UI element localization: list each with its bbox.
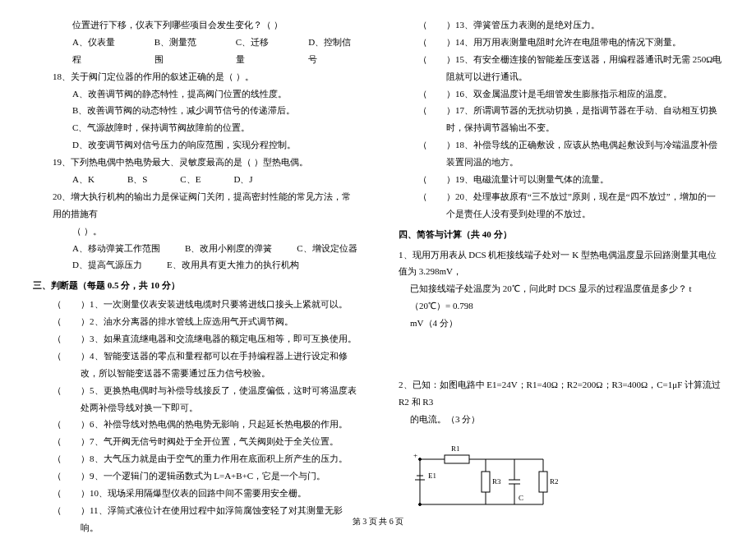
judge-text: ）19、电磁流量计可以测量气体的流量。: [446, 171, 723, 188]
q4-2-line2: 的电流。（3 分）: [399, 411, 723, 428]
q20-opt-a: A、移动弹簧工作范围: [72, 240, 160, 257]
judge-text: ）20、处理事故原有“三不放过”原则，现在是“四不放过”，增加的一个是责任人没有…: [446, 188, 723, 223]
section-4-title: 四、简答与计算（共 40 分）: [399, 226, 723, 243]
q18-opt-a: A、改善调节阀的静态特性，提高阀门位置的线性度。: [33, 85, 357, 103]
paren: （: [33, 348, 81, 382]
q20-options-row1: A、移动弹簧工作范围 B、改用小刚度的弹簧 C、增设定位器: [33, 240, 357, 257]
judge-item-18: （）18、补偿导线的正确敷设，应该从热电偶起敷设到与冷端温度补偿装置同温的地方。: [399, 136, 723, 171]
paren: （: [399, 34, 446, 51]
q20-opt-e: E、改用具有更大推力的执行机构: [167, 256, 299, 274]
q17-opt-c: C、迁移量: [236, 34, 276, 68]
judge-text: ）14、用万用表测量电阻时允许在电阻带电的情况下测量。: [446, 34, 723, 51]
paren: （: [399, 102, 446, 136]
q19-opt-d: D、J: [233, 171, 252, 188]
q18-opt-c: C、气源故障时，保持调节阀故障前的位置。: [33, 119, 357, 136]
judge-text: ）5、更换热电偶时与补偿导线接反了，使温度偏低，这时可将温度表处两补偿导线对换一…: [81, 382, 357, 417]
label-r2: R2: [550, 477, 559, 486]
judge-text: ）2、油水分离器的排水管线上应选用气开式调节阀。: [81, 313, 357, 330]
label-r3: R3: [492, 477, 501, 486]
circuit-diagram: R1 E1 R3 C R2 +: [412, 435, 723, 517]
judge-item-9: （）9、一个逻辑门的逻辑函数式为 L=A+B+C，它是一个与门。: [33, 467, 357, 485]
q18-opt-b: B、改善调节阀的动态特性，减少调节信号的传递滞后。: [33, 102, 357, 119]
answer-space: [399, 332, 723, 373]
judge-item-7: （）7、气开阀无信号时阀处于全开位置，气关阀则处于全关位置。: [33, 433, 357, 450]
q4-2-line1: 2、已知：如图电路中 E1=24V；R1=40Ω；R2=200Ω；R3=400Ω…: [399, 376, 723, 411]
q18-stem: 18、关于阀门定位器的作用的叙述正确的是（ ）。: [33, 68, 357, 85]
paren: （: [399, 188, 446, 223]
judge-text: ）3、如果直流继电器和交流继电器的额定电压相等，即可互换使用。: [81, 330, 357, 348]
q19-options: A、K B、S C、E D、J: [33, 171, 357, 188]
paren: （: [33, 450, 81, 467]
judge-text: ）7、气开阀无信号时阀处于全开位置，气关阀则处于全关位置。: [81, 433, 357, 450]
judge-item-8: （）8、大气压力就是由于空气的重力作用在底面积上所产生的压力。: [33, 450, 357, 467]
q20-opt-c: C、增设定位器: [297, 240, 357, 257]
q19-opt-c: C、E: [180, 171, 201, 188]
q20-opt-b: B、改用小刚度的弹簧: [185, 240, 272, 257]
judge-item-6: （）6、补偿导线对热电偶的热电势无影响，只起延长热电极的作用。: [33, 416, 357, 433]
q20-stem: 20、增大执行机构的输出力是保证阀门关闭，提高密封性能的常见方法，常用的措施有: [33, 188, 357, 223]
paren: （: [33, 382, 81, 417]
judge-text: ）8、大气压力就是由于空气的重力作用在底面积上所产生的压力。: [81, 450, 357, 467]
judge-item-4: （）4、智能变送器的零点和量程都可以在手持编程器上进行设定和修改，所以智能变送器…: [33, 348, 357, 382]
q4-1-line2: 已知接线端子处温度为 20℃，问此时 DCS 显示的过程温度值是多少？ t（20…: [399, 280, 723, 315]
paren: （: [33, 313, 81, 330]
svg-rect-8: [482, 472, 490, 492]
q19-opt-b: B、S: [127, 171, 147, 188]
paren: （: [399, 51, 446, 85]
q20-stem-2: （ ）。: [33, 223, 357, 240]
judge-text: ）4、智能变送器的零点和量程都可以在手持编程器上进行设定和修改，所以智能变送器不…: [81, 348, 357, 382]
judge-item-13: （）13、弹簧管压力表测的是绝对压力。: [399, 16, 723, 34]
label-e1: E1: [428, 472, 436, 480]
q4-1-line1: 1、现用万用表从 DCS 机柜接线端子处对一 K 型热电偶温度显示回路测量其电位…: [399, 246, 723, 281]
paren: （: [399, 171, 446, 188]
q17-opt-b: B、测量范围: [154, 34, 203, 68]
paren: （: [33, 467, 81, 485]
judge-item-19: （）19、电磁流量计可以测量气体的流量。: [399, 171, 723, 188]
judge-item-10: （）10、现场采用隔爆型仪表的回路中间不需要用安全栅。: [33, 485, 357, 502]
judge-text: ）10、现场采用隔爆型仪表的回路中间不需要用安全栅。: [81, 485, 357, 502]
judge-item-16: （）16、双金属温度计是毛细管发生膨胀指示相应的温度。: [399, 85, 723, 103]
q17-opt-d: D、控制信号: [308, 34, 357, 68]
judge-text: ）9、一个逻辑门的逻辑函数式为 L=A+B+C，它是一个与门。: [81, 467, 357, 485]
judge-item-5: （）5、更换热电偶时与补偿导线接反了，使温度偏低，这时可将温度表处两补偿导线对换…: [33, 382, 357, 417]
judge-text: ）15、有安全栅连接的智能差压变送器，用编程器通讯时无需 250Ω电阻就可以进行…: [446, 51, 723, 85]
page-footer: 第 3 页 共 6 页: [0, 513, 756, 529]
q20-options-row2: D、提高气源压力 E、改用具有更大推力的执行机构: [33, 256, 357, 274]
q4-1-line3: mV（4 分）: [399, 315, 723, 332]
paren: （: [33, 296, 81, 313]
paren: （: [33, 330, 81, 348]
paren: （: [33, 416, 81, 433]
paren: （: [399, 136, 446, 171]
judge-item-20: （）20、处理事故原有“三不放过”原则，现在是“四不放过”，增加的一个是责任人没…: [399, 188, 723, 223]
q17-options: A、仪表量程 B、测量范围 C、迁移量 D、控制信号: [33, 34, 357, 68]
q19-opt-a: A、K: [72, 171, 94, 188]
svg-point-17: [419, 458, 422, 460]
judge-text: ）18、补偿导线的正确敷设，应该从热电偶起敷设到与冷端温度补偿装置同温的地方。: [446, 136, 723, 171]
left-column: 位置进行下移，仪表下列哪些项目会发生变化？（ ） A、仪表量程 B、测量范围 C…: [33, 16, 357, 534]
q20-opt-d: D、提高气源压力: [72, 256, 142, 274]
q18-opt-d: D、改变调节阀对信号压力的响应范围，实现分程控制。: [33, 136, 357, 154]
paren: （: [33, 433, 81, 450]
right-column: （）13、弹簧管压力表测的是绝对压力。 （）14、用万用表测量电阻时允许在电阻带…: [399, 16, 723, 534]
judge-text: ）13、弹簧管压力表测的是绝对压力。: [446, 16, 723, 34]
paren: （: [33, 485, 81, 502]
judge-item-1: （）1、一次测量仪表安装进线电缆时只要将进线口接头上紧就可以。: [33, 296, 357, 313]
judge-text: ）1、一次测量仪表安装进线电缆时只要将进线口接头上紧就可以。: [81, 296, 357, 313]
q19-stem: 19、下列热电偶中热电势最大、灵敏度最高的是（ ）型热电偶。: [33, 154, 357, 171]
judge-item-14: （）14、用万用表测量电阻时允许在电阻带电的情况下测量。: [399, 34, 723, 51]
svg-rect-4: [445, 455, 469, 463]
q17-continuation: 位置进行下移，仪表下列哪些项目会发生变化？（ ）: [33, 16, 357, 34]
q17-opt-a: A、仪表量程: [72, 34, 122, 68]
q4-2: 2、已知：如图电路中 E1=24V；R1=40Ω；R2=200Ω；R3=400Ω…: [399, 376, 723, 428]
paren: （: [399, 85, 446, 103]
svg-point-18: [419, 503, 422, 505]
judge-text: ）16、双金属温度计是毛细管发生膨胀指示相应的温度。: [446, 85, 723, 103]
judge-item-2: （）2、油水分离器的排水管线上应选用气开式调节阀。: [33, 313, 357, 330]
label-c: C: [519, 494, 523, 502]
judge-text: ）6、补偿导线对热电偶的热电势无影响，只起延长热电极的作用。: [81, 416, 357, 433]
judge-text: ）17、所谓调节器的无扰动切换，是指调节器在手动、自动相互切换时，保持调节器输出…: [446, 102, 723, 136]
judge-item-3: （）3、如果直流继电器和交流继电器的额定电压相等，即可互换使用。: [33, 330, 357, 348]
q4-1: 1、现用万用表从 DCS 机柜接线端子处对一 K 型热电偶温度显示回路测量其电位…: [399, 246, 723, 332]
svg-rect-15: [539, 472, 547, 492]
label-r1: R1: [451, 444, 460, 453]
